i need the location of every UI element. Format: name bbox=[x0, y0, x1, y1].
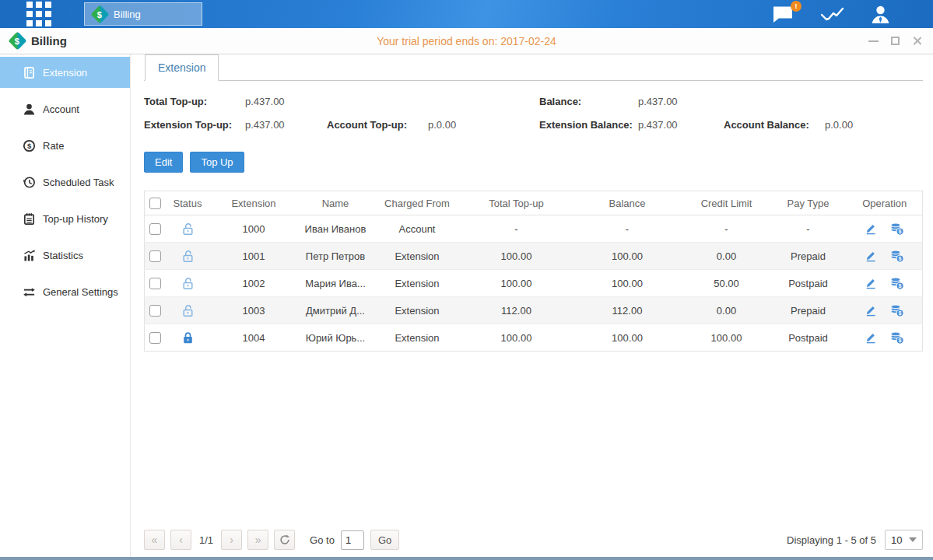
pagination-bar: « ‹ 1/1 › » Go to Go Displaying 1 - 5 of… bbox=[144, 530, 923, 550]
sidebar-item-account[interactable]: Account bbox=[0, 93, 130, 124]
row-checkbox[interactable] bbox=[149, 278, 161, 289]
col-credit-limit: Credit Limit bbox=[684, 191, 770, 215]
svg-text:$: $ bbox=[899, 283, 902, 289]
row-checkbox[interactable] bbox=[149, 223, 161, 235]
col-balance: Balance bbox=[571, 191, 684, 215]
sidebar: Extension Account $ Rate bbox=[0, 54, 131, 557]
tab-bar: Extension bbox=[144, 54, 923, 81]
window-titlebar: $ Billing Your trial period ends on: 201… bbox=[0, 28, 933, 54]
first-page-button[interactable]: « bbox=[144, 530, 165, 550]
taskbar-item-billing[interactable]: $ Billing bbox=[84, 2, 202, 26]
sidebar-item-rate[interactable]: $ Rate bbox=[0, 130, 130, 161]
cell-charged-from: Extension bbox=[373, 270, 462, 297]
top-up-row-icon[interactable]: $ bbox=[889, 331, 904, 345]
go-button[interactable]: Go bbox=[370, 530, 399, 550]
cell-pay-type: Prepaid bbox=[770, 243, 847, 270]
svg-text:$: $ bbox=[899, 338, 902, 344]
prev-page-icon: ‹ bbox=[179, 534, 183, 546]
resource-monitor-icon[interactable] bbox=[820, 5, 844, 23]
goto-label: Go to bbox=[310, 534, 335, 546]
cell-balance: 100.00 bbox=[571, 324, 684, 352]
rate-icon: $ bbox=[23, 139, 36, 152]
cell-pay-type: Postpaid bbox=[770, 324, 847, 352]
cell-total-topup: 100.00 bbox=[462, 270, 571, 297]
sidebar-item-extension[interactable]: Extension bbox=[0, 57, 130, 88]
col-total-topup: Total Top-up bbox=[462, 191, 571, 215]
top-up-row-icon[interactable]: $ bbox=[889, 277, 904, 290]
edit-button[interactable]: Edit bbox=[144, 152, 183, 173]
displaying-text: Displaying 1 - 5 of 5 bbox=[787, 534, 876, 546]
row-checkbox[interactable] bbox=[149, 305, 161, 317]
cell-extension: 1001 bbox=[209, 243, 299, 270]
account-topup-label: Account Top-up: bbox=[327, 119, 428, 131]
lock-status-icon bbox=[181, 276, 195, 288]
top-up-row-icon[interactable]: $ bbox=[889, 222, 904, 236]
first-page-icon: « bbox=[152, 534, 158, 546]
balance-label: Balance: bbox=[539, 96, 638, 107]
billing-app-icon: $ bbox=[90, 5, 109, 23]
cell-credit-limit: - bbox=[684, 215, 770, 243]
apps-grid-icon[interactable] bbox=[26, 2, 51, 26]
sidebar-item-label: Rate bbox=[43, 140, 64, 152]
user-account-icon[interactable] bbox=[870, 5, 891, 24]
goto-page-input[interactable] bbox=[341, 530, 364, 550]
table-row: 1004 Юрий Юрь... Extension 100.00 100.00… bbox=[145, 324, 923, 352]
cell-pay-type: Prepaid bbox=[770, 297, 847, 324]
cell-charged-from: Extension bbox=[373, 297, 462, 324]
cell-extension: 1003 bbox=[209, 297, 299, 324]
window-controls bbox=[868, 36, 922, 46]
edit-row-icon[interactable] bbox=[865, 250, 877, 262]
lock-status-icon bbox=[181, 249, 195, 261]
top-up-row-icon[interactable]: $ bbox=[889, 304, 904, 317]
extension-balance-value: p.437.00 bbox=[638, 119, 724, 131]
cell-total-topup: 112.00 bbox=[462, 297, 571, 324]
edit-row-icon[interactable] bbox=[865, 222, 877, 235]
row-checkbox[interactable] bbox=[149, 332, 161, 344]
table-row: 1000 Иван Иванов Account - - - - $ bbox=[145, 215, 923, 243]
sidebar-item-scheduled-task[interactable]: Scheduled Task bbox=[0, 166, 130, 198]
row-checkbox[interactable] bbox=[149, 250, 161, 262]
topup-history-icon bbox=[23, 212, 36, 226]
refresh-button[interactable] bbox=[274, 530, 295, 550]
sidebar-item-topup-history[interactable]: Top-up History bbox=[0, 203, 130, 234]
extension-topup-label: Extension Top-up: bbox=[144, 119, 245, 131]
top-up-row-icon[interactable]: $ bbox=[889, 250, 904, 263]
svg-text:$: $ bbox=[899, 256, 902, 262]
total-topup-label: Total Top-up: bbox=[144, 96, 245, 107]
general-settings-icon bbox=[23, 285, 36, 299]
next-page-button[interactable]: › bbox=[221, 530, 242, 550]
edit-row-icon[interactable] bbox=[865, 331, 877, 344]
messages-icon[interactable]: ! bbox=[772, 5, 794, 23]
lock-status-icon bbox=[181, 222, 195, 233]
sidebar-item-label: Scheduled Task bbox=[43, 177, 114, 188]
maximize-icon[interactable] bbox=[891, 37, 900, 45]
billing-window-icon: $ bbox=[8, 31, 26, 50]
tab-extension[interactable]: Extension bbox=[145, 54, 219, 81]
cell-balance: 100.00 bbox=[571, 270, 684, 297]
extensions-table: Status Extension Name Charged From Total… bbox=[144, 191, 923, 352]
edit-row-icon[interactable] bbox=[865, 277, 877, 289]
extension-icon bbox=[23, 66, 36, 79]
cell-name: Иван Иванов bbox=[299, 215, 373, 243]
top-up-button[interactable]: Top Up bbox=[190, 152, 244, 173]
sidebar-item-statistics[interactable]: Statistics bbox=[0, 240, 130, 271]
sidebar-item-label: Extension bbox=[43, 67, 87, 79]
page-size-value: 10 bbox=[891, 534, 902, 546]
page-size-select[interactable]: 10 bbox=[885, 530, 923, 550]
sidebar-item-general-settings[interactable]: General Settings bbox=[0, 276, 130, 307]
edit-row-icon[interactable] bbox=[865, 304, 877, 317]
account-balance-label: Account Balance: bbox=[724, 119, 825, 131]
account-balance-value: p.0.00 bbox=[825, 119, 923, 131]
cell-name: Юрий Юрь... bbox=[299, 324, 373, 352]
close-icon[interactable] bbox=[912, 36, 922, 46]
prev-page-button[interactable]: ‹ bbox=[170, 530, 191, 550]
col-extension: Extension bbox=[209, 191, 299, 215]
select-all-checkbox[interactable] bbox=[149, 198, 161, 209]
last-page-button[interactable]: » bbox=[247, 530, 268, 550]
scheduled-task-icon bbox=[23, 176, 36, 189]
cell-total-topup: 100.00 bbox=[462, 324, 571, 352]
lock-status-icon bbox=[181, 331, 195, 342]
minimize-icon[interactable] bbox=[868, 40, 879, 42]
col-charged-from: Charged From bbox=[373, 191, 462, 215]
app-body: Extension Account $ Rate bbox=[0, 54, 933, 557]
